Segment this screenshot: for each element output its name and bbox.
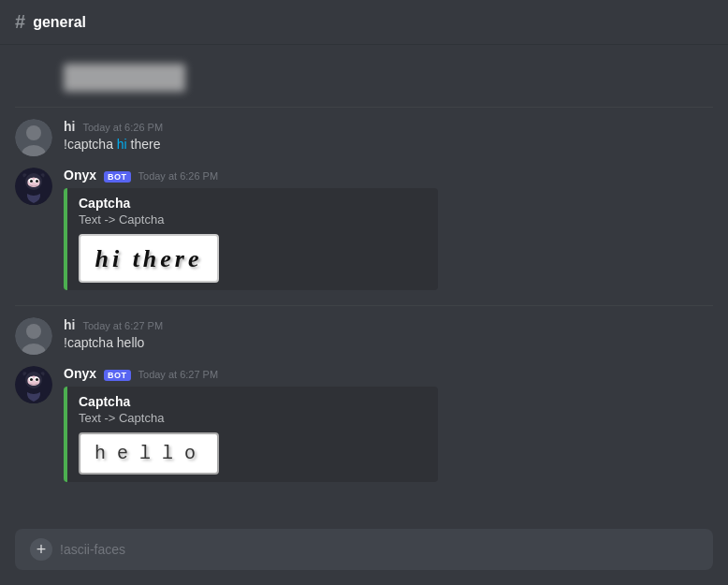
message-group-hi-1: hi Today at 6:26 PM !captcha hi there bbox=[0, 115, 728, 160]
captcha-image-2: h e l l o bbox=[79, 432, 219, 475]
embed-desc-2: Text -> Captcha bbox=[79, 411, 427, 425]
username-onyx-1: Onyx bbox=[64, 168, 96, 183]
username-hi-2: hi bbox=[64, 317, 75, 332]
channel-header: # general bbox=[0, 0, 728, 45]
onyx-avatar-svg-1 bbox=[15, 168, 52, 205]
divider-2 bbox=[15, 305, 713, 306]
message-content-onyx-2: Onyx BOT Today at 6:27 PM Captcha Text -… bbox=[64, 366, 713, 482]
blurred-content bbox=[64, 64, 185, 92]
message-header-onyx-2: Onyx BOT Today at 6:27 PM bbox=[64, 366, 713, 381]
message-group bbox=[0, 60, 728, 95]
channel-title: general bbox=[33, 14, 86, 31]
svg-point-11 bbox=[26, 324, 41, 339]
captcha-char-l2: l bbox=[161, 443, 182, 464]
messages-container: hi Today at 6:26 PM !captcha hi there bbox=[0, 45, 728, 529]
svg-point-8 bbox=[36, 180, 38, 183]
captcha-char-e: e bbox=[116, 443, 137, 464]
message-group-onyx-2: Onyx BOT Today at 6:27 PM Captcha Text -… bbox=[0, 362, 728, 486]
username-hi-1: hi bbox=[64, 119, 75, 134]
captcha-image-1: hi there bbox=[79, 234, 219, 283]
onyx-avatar-svg-2 bbox=[15, 366, 52, 403]
embed-onyx-1: Captcha Text -> Captcha hi there bbox=[64, 188, 438, 290]
hash-icon: # bbox=[15, 11, 25, 33]
input-area: + bbox=[15, 529, 713, 570]
message-group-onyx-1: Onyx BOT Today at 6:26 PM Captcha Text -… bbox=[0, 164, 728, 294]
embed-onyx-2: Captcha Text -> Captcha h e l l o bbox=[64, 387, 438, 482]
svg-point-18 bbox=[36, 378, 38, 381]
svg-point-7 bbox=[30, 180, 33, 183]
highlight-hi: hi bbox=[117, 137, 127, 152]
timestamp-hi-2: Today at 6:27 PM bbox=[82, 320, 163, 331]
message-input[interactable] bbox=[60, 542, 698, 557]
bot-badge-2: BOT bbox=[104, 370, 131, 381]
captcha-text-1: hi there bbox=[95, 245, 202, 272]
message-text-hi-2: !captcha hello bbox=[64, 334, 713, 353]
user-avatar-svg-2 bbox=[15, 317, 52, 355]
message-content-hi-2: hi Today at 6:27 PM !captcha hello bbox=[64, 317, 713, 355]
embed-title-1: Captcha bbox=[79, 196, 427, 211]
svg-point-17 bbox=[30, 378, 33, 381]
avatar-onyx-1 bbox=[15, 168, 52, 205]
message-header-onyx-1: Onyx BOT Today at 6:26 PM bbox=[64, 168, 713, 183]
message-header: hi Today at 6:26 PM bbox=[64, 119, 713, 134]
bot-badge-1: BOT bbox=[104, 171, 131, 183]
message-group-hi-2: hi Today at 6:27 PM !captcha hello bbox=[0, 314, 728, 358]
timestamp-hi-1: Today at 6:26 PM bbox=[82, 122, 163, 133]
timestamp-onyx-2: Today at 6:27 PM bbox=[138, 369, 219, 380]
divider bbox=[15, 107, 713, 108]
captcha-char-o: o bbox=[183, 443, 204, 464]
embed-desc-1: Text -> Captcha bbox=[79, 212, 427, 227]
add-button[interactable]: + bbox=[30, 538, 52, 561]
avatar-onyx-2 bbox=[15, 366, 52, 403]
embed-title-2: Captcha bbox=[79, 394, 427, 409]
plus-icon: + bbox=[36, 540, 47, 560]
captcha-char-l1: l bbox=[138, 443, 159, 464]
captcha-char-h: h bbox=[94, 443, 114, 464]
username-onyx-2: Onyx bbox=[64, 366, 96, 381]
user-avatar-svg bbox=[15, 119, 52, 156]
svg-point-1 bbox=[26, 125, 41, 140]
avatar-hi-1 bbox=[15, 119, 52, 156]
message-text-hi-1: !captcha hi there bbox=[64, 136, 713, 154]
message-header-hi-2: hi Today at 6:27 PM bbox=[64, 317, 713, 332]
captcha-hello-chars: h e l l o bbox=[94, 443, 204, 464]
message-content-onyx-1: Onyx BOT Today at 6:26 PM Captcha Text -… bbox=[64, 168, 713, 290]
avatar-hi-2 bbox=[15, 317, 52, 355]
timestamp-onyx-1: Today at 6:26 PM bbox=[138, 170, 219, 182]
message-content: hi Today at 6:26 PM !captcha hi there bbox=[64, 119, 713, 156]
